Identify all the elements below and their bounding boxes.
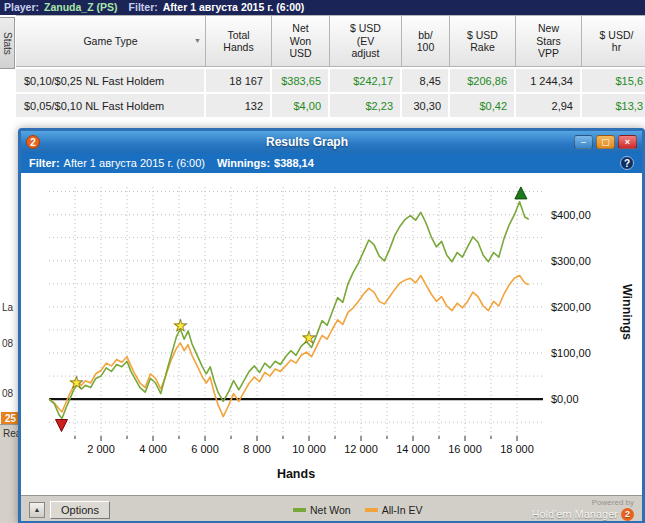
player-label: Player: [4, 0, 39, 15]
y-axis-label: Winnings [620, 284, 634, 340]
window-controls: – ▢ × [574, 135, 637, 149]
player-filter-bar: Player: Zanuda_Z (PS) Filter: After 1 ав… [0, 0, 645, 15]
hm2-logo-icon: 2 [26, 135, 40, 149]
svg-text:16 000: 16 000 [448, 443, 482, 455]
column-usd-hr[interactable]: $ USD/ hr [582, 15, 645, 67]
svg-text:$200,00: $200,00 [551, 301, 591, 313]
column-net-won[interactable]: Net Won USD [272, 15, 330, 67]
powered-by-label: Powered by [532, 498, 634, 507]
cell-stars-vpp: 1 244,34 [516, 69, 582, 92]
cell-rake: $0,42 [450, 94, 516, 117]
cell-total-hands: 18 167 [206, 69, 272, 92]
background-fragment: 08 [2, 338, 13, 349]
column-stars-vpp[interactable]: New Stars VPP [516, 15, 582, 67]
star-marker: ★ [69, 374, 83, 391]
legend-net-won-label: Net Won [310, 504, 351, 516]
stats-tab-label: Stats [2, 32, 13, 55]
titlebar[interactable]: 2 Results Graph – ▢ × [21, 131, 642, 153]
winnings-label: Winnings: [217, 157, 270, 169]
column-bb100[interactable]: bb/ 100 [402, 15, 450, 67]
svg-text:$100,00: $100,00 [551, 347, 591, 359]
low-marker [56, 420, 68, 432]
all-in-ev-swatch [365, 508, 378, 512]
column-ev-adjust[interactable]: $ USD (EV adjust [330, 15, 402, 67]
svg-text:10 000: 10 000 [292, 443, 326, 455]
cell-usd-hr: $15,6 [582, 69, 645, 92]
cell-total-hands: 132 [206, 94, 272, 117]
winnings-value: $388,14 [274, 157, 314, 169]
svg-text:18 000: 18 000 [500, 443, 534, 455]
svg-text:14 000: 14 000 [396, 443, 430, 455]
column-total-hands[interactable]: Total Hands [206, 15, 272, 67]
svg-text:$300,00: $300,00 [551, 255, 591, 267]
cell-rake: $206,86 [450, 69, 516, 92]
svg-text:8 000: 8 000 [243, 443, 271, 455]
series-all-in-ev [49, 276, 529, 417]
cell-ev-adjust: $242,17 [330, 69, 402, 92]
column-rake[interactable]: $ USD Rake [450, 15, 516, 67]
column-game-type[interactable]: Game Type ▼ [16, 15, 206, 67]
cell-net-won: $383,65 [272, 69, 330, 92]
cell-bb100: 30,30 [402, 94, 450, 117]
brand-name: Hold'em Manager [532, 508, 618, 521]
hm2-badge-icon: 2 [621, 508, 634, 521]
graph-filter-label: Filter: [29, 157, 60, 169]
status-bar: Read [0, 424, 18, 523]
cell-ev-adjust: $2,23 [330, 94, 402, 117]
star-marker: ★ [173, 317, 187, 334]
svg-text:4 000: 4 000 [139, 443, 167, 455]
x-axis-label: Hands [277, 467, 315, 481]
cell-bb100: 8,45 [402, 69, 450, 92]
series-net-won [49, 202, 529, 419]
column-game-type-label: Game Type [83, 35, 137, 47]
svg-text:12 000: 12 000 [344, 443, 378, 455]
table-row[interactable]: $0,05/$0,10 NL Fast Holdem 132 $4,00 $2,… [16, 94, 645, 117]
options-button[interactable]: Options [50, 501, 110, 519]
graph-filter-value: After 1 августа 2015 г. (6:00) [64, 157, 205, 169]
results-graph-window: 2 Results Graph – ▢ × Filter: After 1 ав… [18, 128, 645, 523]
cell-game-type: $0,05/$0,10 NL Fast Holdem [16, 94, 206, 117]
results-graph-chart: 2 0004 0006 0008 00010 00012 00014 00016… [21, 173, 640, 495]
help-button[interactable]: ? [620, 156, 634, 170]
legend-all-in-ev-label: All-In EV [382, 504, 423, 516]
svg-text:6 000: 6 000 [191, 443, 219, 455]
holdem-manager-brand: Powered by Hold'em Manager 2 [532, 498, 634, 520]
svg-text:2 000: 2 000 [87, 443, 115, 455]
minimize-button[interactable]: – [574, 135, 593, 149]
top-filter-value: After 1 августа 2015 г. (6:00) [163, 0, 305, 15]
peak-marker [515, 187, 527, 199]
cell-net-won: $4,00 [272, 94, 330, 117]
svg-text:$400,00: $400,00 [551, 209, 591, 221]
cell-stars-vpp: 2,94 [516, 94, 582, 117]
close-button[interactable]: × [618, 135, 637, 149]
player-name: Zanuda_Z (PS) [44, 0, 118, 15]
graph-filter-bar: Filter: After 1 августа 2015 г. (6:00) W… [21, 153, 642, 173]
column-dropdown-icon[interactable]: ▼ [194, 37, 201, 45]
collapse-button[interactable]: ▲ [29, 502, 45, 518]
table-row[interactable]: $0,10/$0,25 NL Fast Holdem 18 167 $383,6… [16, 69, 645, 92]
results-table: Game Type ▼ Total Hands Net Won USD $ US… [16, 15, 645, 117]
window-title: Results Graph [44, 135, 570, 149]
graph-bottom-bar: ▲ Options Net Won All-In EV Powered by H… [21, 495, 642, 523]
background-fragment: La [2, 302, 13, 313]
background-fragment: 08 [2, 388, 13, 399]
table-header: Game Type ▼ Total Hands Net Won USD $ US… [16, 15, 645, 67]
svg-text:$0,00: $0,00 [551, 393, 579, 405]
star-marker: ★ [302, 329, 316, 346]
chart-legend: Net Won All-In EV [293, 504, 423, 516]
top-filter-label: Filter: [129, 0, 158, 15]
cell-usd-hr: $13,3 [582, 94, 645, 117]
cell-game-type: $0,10/$0,25 NL Fast Holdem [16, 69, 206, 92]
net-won-swatch [293, 508, 306, 512]
maximize-button[interactable]: ▢ [596, 135, 615, 149]
stats-tab[interactable]: Stats [0, 17, 15, 69]
chart-area: 2 0004 0006 0008 00010 00012 00014 00016… [21, 173, 642, 495]
